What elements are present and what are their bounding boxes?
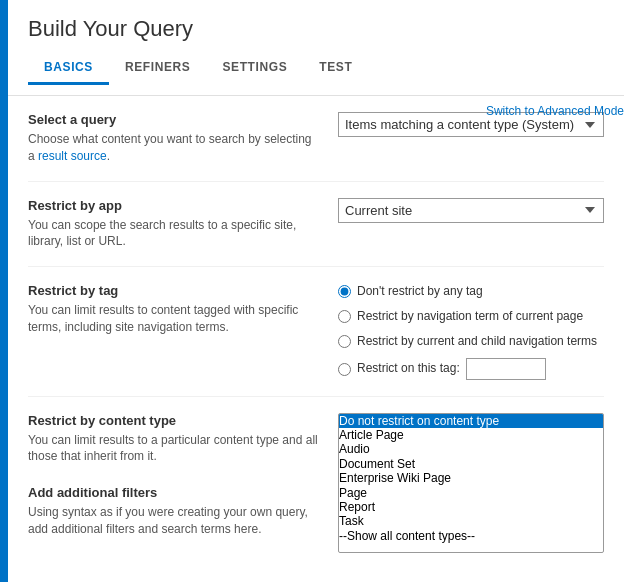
content-type-listbox[interactable]: Do not restrict on content type Article …: [338, 413, 604, 553]
content-area: Switch to Advanced Mode Select a query C…: [8, 96, 624, 569]
restrict-content-type-title: Restrict by content type: [28, 413, 318, 428]
restrict-content-type-right: Do not restrict on content type Article …: [338, 413, 604, 553]
tag-nav-label[interactable]: Restrict by navigation term of current p…: [357, 308, 583, 325]
content-type-article-page: Article Page: [339, 428, 603, 442]
restrict-tag-left: Restrict by tag You can limit results to…: [28, 283, 318, 379]
tab-test[interactable]: TEST: [303, 52, 368, 85]
content-type-task: Task: [339, 514, 603, 528]
content-type-audio: Audio: [339, 442, 603, 456]
content-type-document-set: Document Set: [339, 457, 603, 471]
tag-none-label[interactable]: Don't restrict by any tag: [357, 283, 483, 300]
content-type-page: Page: [339, 486, 603, 500]
tab-settings[interactable]: SETTINGS: [206, 52, 303, 85]
restrict-app-desc: You can scope the search results to a sp…: [28, 217, 318, 251]
add-filters-desc: Using syntax as if you were creating you…: [28, 504, 318, 538]
content-type-show-all: --Show all content types--: [339, 529, 603, 543]
restrict-tag-desc: You can limit results to content tagged …: [28, 302, 318, 336]
restrict-app-section: Restrict by app You can scope the search…: [28, 182, 604, 268]
content-type-report: Report: [339, 500, 603, 514]
tab-basics[interactable]: BASICS: [28, 52, 109, 85]
tag-option-child: Restrict by current and child navigation…: [338, 333, 604, 350]
tag-radio-group: Don't restrict by any tag Restrict by na…: [338, 283, 604, 379]
add-filters-title: Add additional filters: [28, 485, 318, 500]
select-query-right: Items matching a content type (System) A…: [338, 112, 604, 165]
restrict-content-type-section: Restrict by content type You can limit r…: [28, 397, 604, 569]
select-query-desc: Choose what content you want to search b…: [28, 131, 318, 165]
advanced-mode-link[interactable]: Switch to Advanced Mode: [486, 104, 624, 118]
restrict-content-type-left: Restrict by content type You can limit r…: [28, 413, 318, 553]
tag-specific-radio[interactable]: [338, 363, 351, 376]
restrict-tag-right: Don't restrict by any tag Restrict by na…: [338, 283, 604, 379]
page-title: Build Your Query: [28, 16, 604, 42]
tab-refiners[interactable]: REFINERS: [109, 52, 206, 85]
restrict-app-right: Current site Current library Current lis…: [338, 198, 604, 251]
restrict-app-left: Restrict by app You can scope the search…: [28, 198, 318, 251]
select-query-title: Select a query: [28, 112, 318, 127]
header: Build Your Query BASICS REFINERS SETTING…: [8, 0, 624, 96]
tab-bar: BASICS REFINERS SETTINGS TEST: [28, 52, 604, 85]
restrict-content-type-desc: You can limit results to a particular co…: [28, 432, 318, 466]
left-bar: [0, 0, 8, 582]
tag-none-radio[interactable]: [338, 285, 351, 298]
tag-child-label[interactable]: Restrict by current and child navigation…: [357, 333, 597, 350]
restrict-tag-section: Restrict by tag You can limit results to…: [28, 267, 604, 396]
tag-option-nav: Restrict by navigation term of current p…: [338, 308, 604, 325]
tag-specific-input[interactable]: [466, 358, 546, 380]
content-type-none: Do not restrict on content type: [339, 414, 603, 428]
app-scope-dropdown[interactable]: Current site Current library Current lis…: [338, 198, 604, 223]
tag-child-radio[interactable]: [338, 335, 351, 348]
tag-option-none: Don't restrict by any tag: [338, 283, 604, 300]
restrict-app-title: Restrict by app: [28, 198, 318, 213]
content-type-enterprise-wiki: Enterprise Wiki Page: [339, 471, 603, 485]
select-query-desc-after: .: [107, 149, 110, 163]
tag-nav-radio[interactable]: [338, 310, 351, 323]
restrict-tag-title: Restrict by tag: [28, 283, 318, 298]
tag-option-specific: Restrict on this tag:: [338, 358, 604, 380]
result-source-link[interactable]: result source: [38, 149, 107, 163]
tag-specific-label[interactable]: Restrict on this tag:: [357, 360, 460, 377]
select-query-left: Select a query Choose what content you w…: [28, 112, 318, 165]
